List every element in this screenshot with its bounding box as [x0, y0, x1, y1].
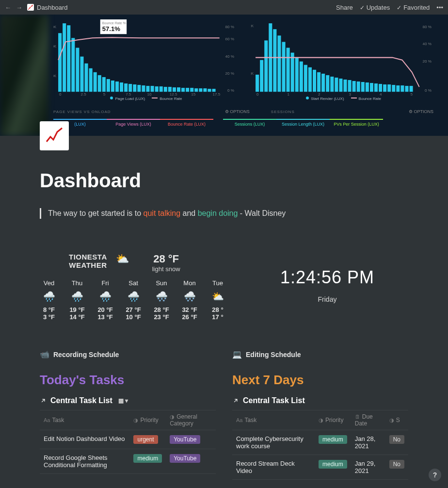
svg-rect-13: [115, 81, 119, 92]
svg-rect-21: [151, 86, 154, 92]
table-row[interactable]: Record Stream Deck VideomediumJan 29, 20…: [232, 455, 408, 480]
svg-rect-32: [199, 88, 202, 92]
editing-schedule-link[interactable]: 💻 Editing Schedule: [232, 350, 408, 359]
svg-rect-77: [352, 81, 356, 92]
clock-day: Friday: [246, 295, 408, 303]
svg-rect-33: [203, 88, 207, 92]
svg-text:40 %: 40 %: [225, 54, 234, 59]
svg-rect-88: [400, 85, 404, 92]
svg-text:7.5: 7.5: [126, 92, 131, 97]
forecast-day: Tue⛅28 °17 °: [204, 279, 232, 321]
svg-rect-2: [67, 25, 70, 92]
banner-section-right: SESSIONS: [271, 110, 295, 114]
nav-forward-icon[interactable]: →: [16, 4, 22, 11]
svg-rect-69: [317, 72, 320, 92]
svg-rect-71: [326, 75, 329, 92]
col-task2[interactable]: AaTask: [232, 410, 315, 430]
banner-chart-left: 60K 50K 10K 80 % 60 % 40 % 20 % 0 % 02.5…: [53, 18, 239, 97]
svg-rect-65: [300, 62, 303, 92]
svg-text:17.5: 17.5: [213, 92, 221, 97]
open-icon: [40, 397, 47, 404]
table-row[interactable]: Edit Notion Dashboard VideourgentYouTube: [40, 430, 216, 449]
share-button[interactable]: Share: [336, 4, 353, 11]
svg-rect-73: [335, 78, 338, 92]
svg-rect-31: [194, 88, 198, 92]
col-s[interactable]: ◑S: [385, 410, 408, 430]
svg-rect-67: [308, 67, 312, 92]
page-title[interactable]: Dashboard: [40, 170, 408, 192]
page-header-icon[interactable]: [40, 121, 69, 150]
svg-text:80 %: 80 %: [225, 25, 234, 29]
central-task-list-link[interactable]: Central Task List ▦ ▾: [40, 396, 216, 405]
svg-text:8K: 8K: [251, 71, 254, 76]
more-icon[interactable]: •••: [436, 4, 443, 11]
svg-rect-11: [107, 79, 110, 92]
svg-text:3: 3: [349, 92, 352, 97]
central-task-list-link-2[interactable]: Central Task List: [232, 396, 408, 405]
today-table: AaTask ◑Priority ◑General Category Edit …: [40, 410, 216, 474]
banner-chart-right: 32K 8K 80 % 40 % 20 % 0 % 012 345: [251, 18, 436, 97]
forecast-day: Ved🌧️8 °F3 °F: [35, 279, 63, 321]
svg-rect-22: [155, 86, 159, 92]
banner-section-left: PAGE VIEWS VS ONLOAD: [53, 110, 111, 114]
table-row[interactable]: Complete Cybersecurity work coursemedium…: [232, 430, 408, 455]
recording-schedule-link[interactable]: 📹 Recording Schedule: [40, 350, 216, 359]
svg-rect-81: [370, 83, 373, 92]
svg-rect-24: [164, 87, 167, 92]
svg-rect-17: [133, 84, 136, 92]
svg-text:20 %: 20 %: [225, 71, 234, 76]
svg-rect-59: [273, 29, 276, 92]
svg-text:2.5: 2.5: [80, 92, 86, 97]
svg-rect-76: [348, 80, 352, 92]
col-task[interactable]: AaTask: [40, 410, 129, 430]
svg-rect-4: [76, 48, 79, 92]
svg-rect-18: [137, 85, 141, 92]
svg-rect-25: [168, 87, 172, 92]
svg-text:40 %: 40 %: [423, 42, 432, 46]
quote-block[interactable]: The way to get started is to quit talkin…: [40, 208, 408, 219]
forecast-day: Thu🌧️19 °F14 °F: [63, 279, 91, 321]
svg-rect-35: [212, 89, 216, 92]
svg-rect-10: [102, 77, 106, 92]
svg-rect-78: [357, 81, 360, 92]
svg-rect-12: [111, 81, 114, 92]
svg-rect-83: [379, 84, 382, 92]
todays-tasks-heading: Today's Tasks: [40, 373, 216, 388]
svg-rect-75: [343, 80, 347, 92]
col-due[interactable]: 🗓Due Date: [351, 410, 385, 430]
nav-back-icon[interactable]: ←: [5, 4, 11, 11]
svg-rect-20: [146, 86, 149, 92]
svg-rect-56: [260, 60, 263, 92]
svg-rect-60: [277, 35, 281, 92]
svg-text:0: 0: [256, 92, 259, 97]
breadcrumb[interactable]: Dashboard: [27, 4, 68, 11]
view-selector-icon[interactable]: ▦ ▾: [118, 397, 128, 404]
svg-rect-26: [173, 87, 176, 92]
col-category[interactable]: ◑General Category: [166, 410, 216, 430]
svg-rect-1: [63, 23, 66, 92]
svg-text:60 %: 60 %: [225, 37, 234, 41]
svg-rect-55: [256, 75, 259, 92]
updates-button[interactable]: Updates: [360, 4, 390, 11]
clock-widget: 1:24:56 PM Friday: [246, 253, 408, 321]
svg-text:Bounce Rate %: Bounce Rate %: [102, 21, 127, 25]
svg-rect-82: [374, 83, 378, 92]
svg-rect-8: [94, 72, 97, 92]
favorited-button[interactable]: Favorited: [397, 4, 430, 11]
svg-rect-5: [80, 57, 83, 92]
svg-rect-28: [181, 88, 185, 92]
svg-text:1: 1: [288, 92, 290, 97]
clock-time: 1:24:56 PM: [246, 267, 408, 288]
svg-rect-70: [321, 74, 325, 92]
svg-rect-80: [366, 82, 369, 92]
col-priority[interactable]: ◑Priority: [129, 410, 166, 430]
svg-rect-64: [295, 58, 299, 92]
help-button[interactable]: ?: [429, 469, 441, 481]
svg-rect-84: [383, 84, 386, 92]
svg-text:50K: 50K: [53, 44, 57, 49]
svg-rect-3: [71, 38, 75, 92]
svg-text:20 %: 20 %: [423, 59, 432, 64]
svg-rect-34: [208, 89, 211, 92]
table-row[interactable]: Record Google Sheets Conditional Formatt…: [40, 449, 216, 474]
col-priority2[interactable]: ◑Priority: [315, 410, 351, 430]
